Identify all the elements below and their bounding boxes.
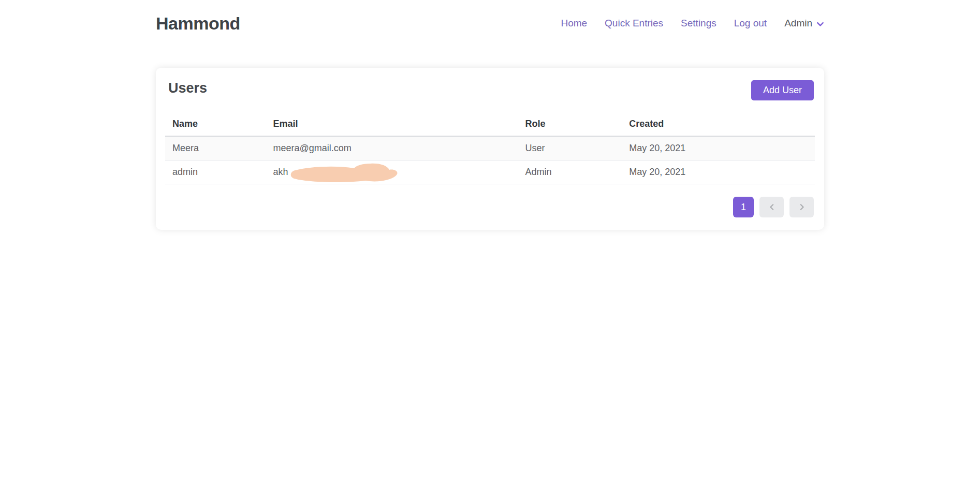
users-table: Name Email Role Created Meera meera@gmai… (165, 114, 815, 184)
users-table-head: Name Email Role Created (165, 114, 815, 136)
pagination: 1 (165, 197, 815, 217)
cell-role: User (518, 136, 622, 160)
users-table-body: Meera meera@gmail.com User May 20, 2021 … (165, 136, 815, 184)
user-menu-dropdown[interactable]: Admin (784, 18, 824, 29)
email-redaction-scribble (289, 162, 412, 184)
cell-email: meera@gmail.com (266, 136, 518, 160)
main-nav: Home Quick Entries Settings Log out Admi… (561, 18, 824, 29)
chevron-right-icon (798, 203, 806, 211)
nav-item-quick-entries[interactable]: Quick Entries (605, 18, 663, 29)
page-title: Users (168, 80, 207, 96)
page-1-button[interactable]: 1 (733, 197, 754, 217)
cell-name: Meera (165, 136, 266, 160)
table-row: Meera meera@gmail.com User May 20, 2021 (165, 136, 815, 160)
nav-item-home[interactable]: Home (561, 18, 587, 29)
users-card: Users Add User Name Email Role Created M… (156, 68, 824, 230)
chevron-down-icon (816, 20, 824, 28)
nav-item-settings[interactable]: Settings (681, 18, 716, 29)
top-navbar: Hammond Home Quick Entries Settings Log … (0, 0, 980, 47)
cell-email: akh (266, 160, 518, 184)
chevron-left-icon (768, 203, 776, 211)
column-header-name: Name (165, 114, 266, 136)
next-page-button[interactable] (789, 197, 814, 217)
brand-logo[interactable]: Hammond (156, 13, 240, 34)
prev-page-button[interactable] (759, 197, 784, 217)
table-row: admin akh Admin May 20, 2021 (165, 160, 815, 184)
cell-name: admin (165, 160, 266, 184)
users-card-header: Users Add User (165, 80, 815, 100)
column-header-created: Created (622, 114, 815, 136)
page-content: Users Add User Name Email Role Created M… (156, 68, 824, 230)
cell-email-text: akh (273, 167, 288, 177)
nav-item-logout[interactable]: Log out (734, 18, 767, 29)
column-header-email: Email (266, 114, 518, 136)
cell-role: Admin (518, 160, 622, 184)
user-menu-label: Admin (784, 18, 812, 29)
cell-created: May 20, 2021 (622, 136, 815, 160)
cell-created: May 20, 2021 (622, 160, 815, 184)
column-header-role: Role (518, 114, 622, 136)
add-user-button[interactable]: Add User (751, 80, 814, 100)
